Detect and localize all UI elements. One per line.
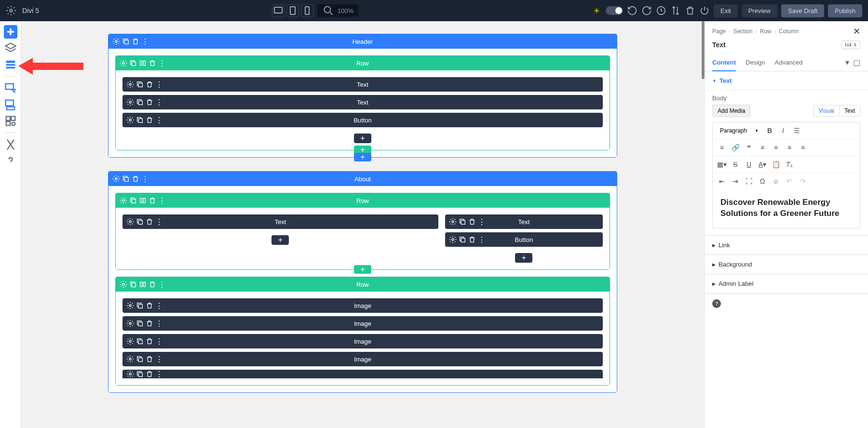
gear-icon[interactable] xyxy=(6,5,16,16)
undo-icon[interactable]: ↶ xyxy=(784,176,795,187)
more-icon[interactable]: ⋮ xyxy=(158,59,166,67)
columns-icon[interactable] xyxy=(139,281,147,288)
trash-icon[interactable] xyxy=(146,80,153,88)
redo-icon[interactable] xyxy=(641,5,652,16)
clear-format-icon[interactable]: Tₓ xyxy=(784,159,795,170)
tab-advanced[interactable]: Advanced xyxy=(775,54,803,71)
sort-icon[interactable] xyxy=(670,5,681,16)
duplicate-icon[interactable] xyxy=(136,98,144,106)
add-row-button[interactable]: + xyxy=(354,265,371,274)
trash-icon[interactable] xyxy=(685,5,695,16)
more-icon[interactable]: ⋮ xyxy=(155,80,163,88)
gear-icon[interactable] xyxy=(120,59,127,67)
paste-icon[interactable]: 📋 xyxy=(771,159,781,170)
module-text[interactable]: ⋮ Text xyxy=(122,214,438,229)
table-icon[interactable]: ▦▾ xyxy=(717,159,727,170)
fullscreen-icon[interactable]: ⛶ xyxy=(744,176,754,187)
gear-icon[interactable] xyxy=(112,38,120,45)
gear-icon[interactable] xyxy=(126,320,134,327)
trash-icon[interactable] xyxy=(146,116,153,124)
module-image[interactable]: ⋮ Image xyxy=(122,352,603,366)
gear-icon[interactable] xyxy=(449,236,457,243)
align-right-icon[interactable]: ≡ xyxy=(784,142,795,153)
gear-icon[interactable] xyxy=(126,355,134,363)
underline-icon[interactable]: U xyxy=(744,159,754,170)
module-button[interactable]: ⋮ Button xyxy=(445,232,603,247)
brightness-icon[interactable]: ☀ xyxy=(591,5,602,16)
publish-button[interactable]: Publish xyxy=(828,4,862,17)
gear-icon[interactable] xyxy=(126,218,134,226)
text-section-header[interactable]: ▼Text xyxy=(705,71,868,91)
link-section[interactable]: ▶Link xyxy=(705,235,868,254)
more-icon[interactable]: ⋮ xyxy=(155,98,163,106)
numbered-list-icon[interactable]: ≡ xyxy=(717,142,727,153)
close-icon[interactable]: ✕ xyxy=(853,26,860,37)
more-icon[interactable]: ⋮ xyxy=(478,236,486,243)
duplicate-icon[interactable] xyxy=(136,116,144,124)
trash-icon[interactable] xyxy=(146,98,153,106)
save-draft-button[interactable]: Save Draft xyxy=(781,4,824,17)
quote-icon[interactable]: ❝ xyxy=(744,142,754,153)
more-icon[interactable]: ⋮ xyxy=(141,38,149,45)
click-mode-icon[interactable] xyxy=(4,81,17,95)
breadcrumb-page[interactable]: Page xyxy=(712,28,726,35)
duplicate-icon[interactable] xyxy=(136,355,144,363)
power-icon[interactable] xyxy=(699,5,710,16)
trash-icon[interactable] xyxy=(149,197,156,204)
more-icon[interactable]: ⋮ xyxy=(478,218,486,226)
trash-icon[interactable] xyxy=(146,302,153,309)
add-module-button[interactable]: + xyxy=(271,235,289,245)
more-icon[interactable]: ⋮ xyxy=(155,337,163,345)
mobile-view-icon[interactable] xyxy=(301,4,313,17)
bold-icon[interactable]: B xyxy=(764,125,775,136)
row[interactable]: ⋮ Row ⋮ Text xyxy=(115,193,610,270)
trash-icon[interactable] xyxy=(468,218,476,226)
align-left-icon[interactable]: ≡ xyxy=(757,142,768,153)
breadcrumb-section[interactable]: Section xyxy=(733,28,752,35)
module-image[interactable]: ⋮ Image xyxy=(122,316,603,331)
tab-content[interactable]: Content xyxy=(712,54,736,71)
duplicate-icon[interactable] xyxy=(136,80,144,88)
more-icon[interactable]: ⋮ xyxy=(155,302,163,309)
expand-icon[interactable]: ▢ xyxy=(853,58,860,67)
trash-icon[interactable] xyxy=(132,175,139,183)
visual-tab[interactable]: Visual xyxy=(814,105,839,117)
more-icon[interactable]: ⋮ xyxy=(141,175,149,183)
gear-icon[interactable] xyxy=(126,370,134,378)
gear-icon[interactable] xyxy=(126,80,134,88)
grid-icon[interactable] xyxy=(4,114,17,128)
help-icon[interactable] xyxy=(4,154,17,168)
add-module-button[interactable]: + xyxy=(515,253,532,263)
bullet-list-icon[interactable]: ☰ xyxy=(791,125,802,136)
italic-icon[interactable]: I xyxy=(778,125,788,136)
module-image[interactable]: ⋮ Image xyxy=(122,334,603,348)
trash-icon[interactable] xyxy=(146,218,153,226)
exit-button[interactable]: Exit xyxy=(714,4,738,17)
section-about[interactable]: ⋮ About ⋮ Row xyxy=(108,171,617,393)
wireframe-icon[interactable] xyxy=(4,58,17,71)
dark-mode-toggle[interactable] xyxy=(606,6,623,15)
duplicate-icon[interactable] xyxy=(459,236,466,243)
add-section-button[interactable]: + xyxy=(354,153,371,161)
module-text[interactable]: ⋮ Text xyxy=(122,77,603,92)
align-center-icon[interactable]: ≡ xyxy=(771,142,781,153)
more-icon[interactable]: ⋮ xyxy=(158,197,166,204)
tablet-view-icon[interactable] xyxy=(286,4,299,17)
strikethrough-icon[interactable]: S xyxy=(730,159,741,170)
text-color-icon[interactable]: A▾ xyxy=(757,159,768,170)
trash-icon[interactable] xyxy=(132,38,139,45)
breadcrumb-row[interactable]: Row xyxy=(760,28,772,35)
trash-icon[interactable] xyxy=(149,59,156,67)
undo-icon[interactable] xyxy=(627,5,637,16)
more-icon[interactable]: ⋮ xyxy=(158,281,166,288)
duplicate-icon[interactable] xyxy=(136,302,144,309)
duplicate-icon[interactable] xyxy=(136,320,144,327)
tab-design[interactable]: Design xyxy=(746,54,765,71)
trash-icon[interactable] xyxy=(146,320,153,327)
module-text[interactable]: ⋮ Text xyxy=(445,214,603,229)
columns-icon[interactable] xyxy=(139,59,147,67)
row[interactable]: ⋮ Row ⋮ Text xyxy=(115,55,610,150)
module-button[interactable]: ⋮ Button xyxy=(122,113,603,127)
row[interactable]: ⋮ Row ⋮ Image xyxy=(115,277,610,386)
more-icon[interactable]: ⋮ xyxy=(155,218,163,226)
